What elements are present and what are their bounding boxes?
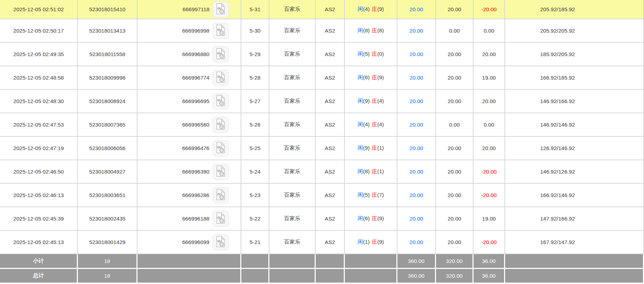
platform-code: AS2 [316, 19, 345, 43]
game-name: 百家乐 [269, 160, 316, 184]
platform-code: AS2 [316, 160, 345, 184]
video-replay-button[interactable] [213, 234, 229, 250]
win-loss-amount: 19.00 [474, 207, 505, 231]
bet-id: 523018003651 [78, 184, 137, 207]
balance-before-after: 147.92/166.92 [505, 207, 644, 231]
bet-id: 523018011558 [78, 43, 137, 66]
video-file-icon [215, 24, 226, 37]
bet-id: 523018007365 [78, 113, 137, 137]
game-result: 闲(6)庄(9) [345, 207, 397, 231]
valid-bet-amount: 20.00 [436, 0, 474, 19]
round-id: 666996188 [182, 216, 209, 222]
total-valid-bet: 320.00 [436, 269, 474, 284]
video-replay-button[interactable] [213, 140, 229, 156]
game-result: 闲(1)庄(9) [345, 231, 397, 254]
bet-time: 2025-12-05 02:50:17 [0, 19, 78, 43]
table-row[interactable]: 2025-12-05 02:47:53 523018007365 6669965… [0, 113, 644, 137]
table-number: 5-27 [241, 90, 269, 113]
round-id-cell: 666996560 [137, 113, 241, 137]
table-row[interactable]: 2025-12-05 02:49:35 523018011558 6669968… [0, 43, 644, 66]
video-replay-button[interactable] [213, 70, 229, 86]
bet-id: 523018008924 [78, 90, 137, 113]
empty-cell [316, 254, 345, 269]
player-label: 闲 [358, 145, 363, 151]
game-name: 百家乐 [269, 137, 316, 160]
subtotal-label: 小计 [0, 254, 78, 269]
bet-amount: 20.00 [397, 207, 436, 231]
table-number: 5-23 [241, 184, 269, 207]
video-replay-button[interactable] [213, 93, 229, 109]
platform-code: AS2 [316, 207, 345, 231]
banker-label: 庄 [372, 98, 377, 104]
bet-amount: 20.00 [397, 137, 436, 160]
round-id-cell: 666996880 [137, 43, 241, 66]
balance-before-after: 146.92/146.92 [505, 113, 644, 137]
table-row[interactable]: 2025-12-05 02:48:58 523018009998 6669967… [0, 66, 644, 90]
video-replay-button[interactable] [213, 46, 229, 62]
bet-time: 2025-12-05 02:47:19 [0, 137, 78, 160]
bet-id: 523018015410 [78, 0, 137, 19]
table-row[interactable]: 2025-12-05 02:46:13 523018003651 6669962… [0, 184, 644, 207]
balance-before-after: 166.92/185.92 [505, 66, 644, 90]
game-result: 闲(6)庄(9) [345, 66, 397, 90]
video-replay-button[interactable] [213, 1, 229, 18]
bet-amount: 20.00 [397, 43, 436, 66]
video-file-icon [215, 236, 226, 249]
player-label: 闲 [358, 98, 363, 104]
bet-id: 523018013413 [78, 19, 137, 43]
platform-code: AS2 [316, 184, 345, 207]
game-name: 百家乐 [269, 231, 316, 254]
table-row[interactable]: 2025-12-05 02:47:19 523018006056 6669964… [0, 137, 644, 160]
table-row[interactable]: 2025-12-05 02:45:13 523018001429 6669960… [0, 231, 644, 254]
video-replay-button[interactable] [213, 164, 229, 180]
total-label: 总计 [0, 269, 78, 284]
valid-bet-amount: 20.00 [436, 90, 474, 113]
win-loss-amount: 20.00 [474, 43, 505, 66]
round-id: 666996695 [182, 98, 209, 104]
round-id-cell: 666996774 [137, 66, 241, 90]
game-name: 百家乐 [269, 207, 316, 231]
game-name: 百家乐 [269, 184, 316, 207]
table-row[interactable]: 2025-12-05 02:48:30 523018008924 6669966… [0, 90, 644, 113]
banker-label: 庄 [372, 121, 377, 127]
win-loss-amount: 20.00 [474, 90, 505, 113]
table-number: 5-29 [241, 43, 269, 66]
table-row[interactable]: 2025-12-05 02:50:17 523018013413 6669969… [0, 19, 644, 43]
bet-amount: 20.00 [397, 66, 436, 90]
video-replay-button[interactable] [213, 187, 229, 203]
bet-id: 523018006056 [78, 137, 137, 160]
balance-before-after: 205.92/205.92 [505, 19, 644, 43]
bet-amount: 20.00 [397, 90, 436, 113]
video-file-icon [215, 48, 226, 61]
platform-code: AS2 [316, 113, 345, 137]
banker-label: 庄 [372, 6, 377, 12]
video-file-icon [215, 212, 226, 225]
table-row[interactable]: 2025-12-05 02:45:39 523018002435 6669961… [0, 207, 644, 231]
win-loss-amount: 20.00 [474, 137, 505, 160]
table-number: 5-22 [241, 207, 269, 231]
bet-time: 2025-12-05 02:48:30 [0, 90, 78, 113]
video-replay-button[interactable] [213, 211, 229, 227]
table-row[interactable]: 2025-12-05 02:46:50 523018004927 6669963… [0, 160, 644, 184]
round-id-cell: 666996390 [137, 160, 241, 184]
banker-label: 庄 [372, 215, 377, 221]
win-loss-amount: -20.00 [474, 0, 505, 19]
table-row[interactable]: 2025-12-05 02:51:02 523018015410 6669971… [0, 0, 644, 19]
balance-before-after: 185.92/205.92 [505, 43, 644, 66]
table-number: 5-25 [241, 137, 269, 160]
bet-time: 2025-12-05 02:49:35 [0, 43, 78, 66]
video-replay-button[interactable] [213, 23, 229, 39]
banker-label: 庄 [372, 145, 377, 151]
win-loss-amount: -20.00 [474, 231, 505, 254]
table-number: 5-24 [241, 160, 269, 184]
bet-id: 523018009998 [78, 66, 137, 90]
win-loss-amount: -20.00 [474, 160, 505, 184]
win-loss-amount: 0.00 [474, 113, 505, 137]
empty-cell [269, 254, 316, 269]
video-replay-button[interactable] [213, 117, 229, 133]
round-id: 666996880 [182, 51, 209, 58]
game-result: 闲(9)庄(1) [345, 137, 397, 160]
bet-id: 523018002435 [78, 207, 137, 231]
balance-before-after: 166.92/146.92 [505, 184, 644, 207]
game-result: 闲(5)庄(7) [345, 184, 397, 207]
